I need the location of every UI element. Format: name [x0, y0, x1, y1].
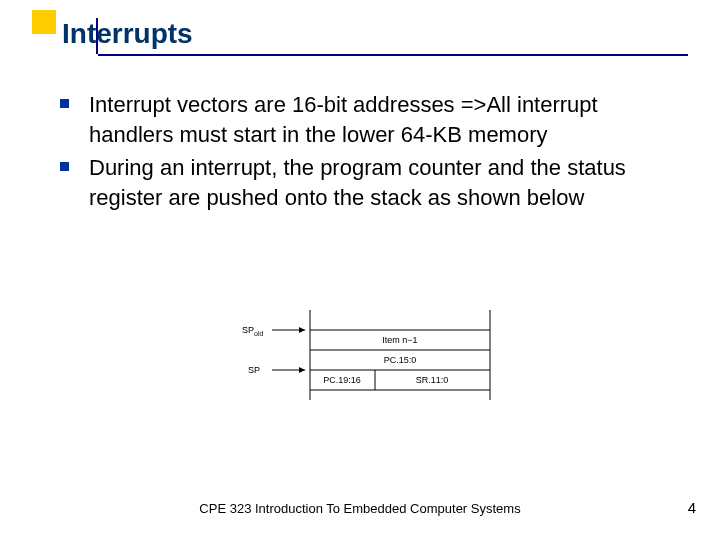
bullet-text: During an interrupt, the program counter… — [89, 153, 680, 212]
sp-old-label: SP — [242, 325, 254, 335]
square-bullet-icon — [60, 99, 69, 108]
svg-marker-8 — [299, 327, 305, 333]
diagram-row3-left: PC.19:16 — [323, 375, 361, 385]
bullet-item: Interrupt vectors are 16-bit addresses =… — [60, 90, 680, 149]
diagram-row3-right: SR.11:0 — [416, 375, 449, 385]
title-bar: Interrupts — [40, 18, 193, 50]
page-number: 4 — [688, 499, 696, 516]
square-bullet-icon — [60, 162, 69, 171]
content-area: Interrupt vectors are 16-bit addresses =… — [60, 90, 680, 217]
diagram-row1: Item n−1 — [382, 335, 417, 345]
sp-label: SP — [248, 365, 260, 375]
bullet-item: During an interrupt, the program counter… — [60, 153, 680, 212]
footer-text: CPE 323 Introduction To Embedded Compute… — [0, 501, 720, 516]
sp-old-sub: old — [254, 330, 263, 337]
slide-title: Interrupts — [62, 18, 193, 50]
title-underline — [98, 54, 688, 56]
diagram-row2: PC.15:0 — [384, 355, 417, 365]
stack-diagram: Item n−1 PC.15:0 PC.19:16 SR.11:0 SP old… — [200, 310, 520, 430]
svg-marker-10 — [299, 367, 305, 373]
bullet-text: Interrupt vectors are 16-bit addresses =… — [89, 90, 680, 149]
